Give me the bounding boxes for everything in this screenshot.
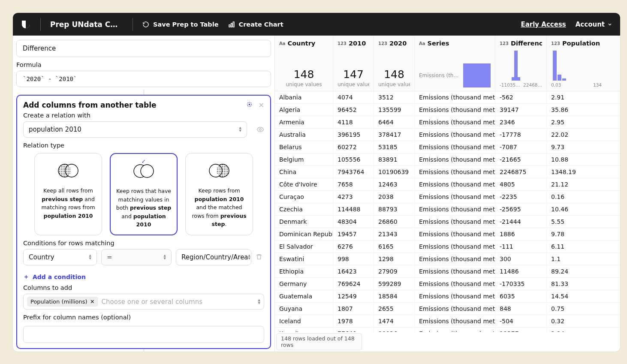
table-cell: Emissions (thousand metr…	[415, 91, 495, 103]
panel-title: Add columns from another table	[23, 101, 156, 109]
table-row[interactable]: Ethiopia1642327909Emissions (thousand me…	[275, 265, 620, 278]
table-cell: 7943764	[333, 166, 374, 178]
condition-op-select[interactable]: =▲▼	[101, 249, 172, 265]
data-table: AaCountry 148unique values 1232010 147un…	[274, 36, 620, 352]
col-difference[interactable]: 123Difference -11035…22468…	[495, 36, 547, 91]
table-row[interactable]: Dominican Republic1945721343Emissions (t…	[275, 228, 620, 241]
table-cell: Emissions (thousand metr…	[415, 203, 495, 215]
relation-left-join[interactable]: Keep all rows from previous step and mat…	[34, 153, 102, 235]
prefix-input[interactable]	[23, 326, 264, 343]
table-cell: 1474	[374, 315, 415, 327]
chip-remove-icon[interactable]: ✕	[90, 298, 95, 305]
col-2020[interactable]: 1232020 148unique values	[374, 36, 415, 91]
table-cell: Côte d'Ivoire	[275, 178, 333, 190]
table-cell: -21444	[495, 216, 547, 228]
table-cell: Guyana	[275, 303, 333, 315]
table-row[interactable]: Guyana18072655Emissions (thousand metr…8…	[275, 303, 620, 315]
table-row[interactable]: Guatemala1254918584Emissions (thousand m…	[275, 290, 620, 303]
table-body[interactable]: Albania40743512Emissions (thousand metr……	[275, 91, 620, 332]
table-cell: China	[275, 166, 333, 178]
formula-name-card[interactable]: Difference	[16, 40, 271, 57]
trash-icon[interactable]	[256, 253, 262, 262]
condition-left-select[interactable]: Country▲▼	[23, 249, 97, 265]
table-row[interactable]: Denmark4830426860Emissions (thousand met…	[275, 216, 620, 228]
table-cell: 0.16	[547, 191, 606, 203]
eye-icon[interactable]	[256, 126, 264, 133]
table-cell: Curaçao	[275, 191, 333, 203]
table-cell: 6464	[374, 116, 415, 128]
relation-table-select[interactable]: population 2010 ▲▼	[23, 121, 247, 138]
table-cell: 35.86	[547, 104, 606, 116]
table-row[interactable]: Armenia41186464Emissions (thousand metr……	[275, 116, 620, 129]
add-columns-panel: Add columns from another table ✕ Create …	[16, 95, 271, 349]
table-row[interactable]: Czechia11448888793Emissions (thousand me…	[275, 203, 620, 216]
table-cell: 10.46	[547, 203, 606, 215]
col-population[interactable]: 123Population (millio 0.03134	[547, 36, 606, 91]
table-cell: Eswatini	[275, 253, 333, 265]
table-cell: 77649	[333, 328, 374, 332]
table-cell: 2.95	[547, 116, 606, 128]
column-chip[interactable]: Population (millions) ✕	[27, 297, 98, 307]
table-row[interactable]: Iceland19781474Emissions (thousand metr……	[275, 315, 620, 328]
formula-input[interactable]: `2020` - `2010`	[16, 71, 271, 87]
relation-inner-join[interactable]: ✓ Keep rows that have matching values in…	[110, 153, 178, 235]
add-condition-link[interactable]: ＋ Add a condition	[23, 273, 264, 281]
col-series[interactable]: AaSeries Emissions (thous…	[415, 36, 495, 91]
table-row[interactable]: China794376410190639Emissions (thousand …	[275, 166, 620, 178]
table-cell: 4074	[333, 91, 374, 103]
relation-right-join[interactable]: Keep rows from population 2010 and the m…	[185, 153, 253, 235]
create-chart-button[interactable]: Create Chart	[228, 21, 283, 28]
table-cell: Emissions (thousand metr…	[415, 241, 495, 253]
table-row[interactable]: Kuwait7764990026Emissions (thousand metr…	[275, 328, 620, 332]
table-cell: 6.11	[547, 241, 606, 253]
col-2010[interactable]: 1232010 147unique values	[333, 36, 374, 91]
table-cell: 105556	[333, 153, 374, 165]
condition-right-select[interactable]: Region/Country/Area▲▼	[176, 249, 251, 265]
table-row[interactable]: Belgium10555683891Emissions (thousand me…	[275, 153, 620, 166]
columns-to-add-input[interactable]: Population (millions) ✕ Choose one or se…	[23, 294, 264, 310]
table-cell: 2038	[374, 191, 415, 203]
table-cell: 6276	[333, 241, 374, 253]
table-cell: Emissions (thousand metr…	[415, 141, 495, 153]
table-cell: 378417	[374, 129, 415, 141]
account-menu[interactable]: Account	[576, 21, 612, 28]
table-cell: Guatemala	[275, 290, 333, 302]
left-panel: Difference Formula `2020` - `2010` Add c…	[13, 36, 274, 352]
table-cell: 60272	[333, 141, 374, 153]
table-row[interactable]: Algeria96452135599Emissions (thousand me…	[275, 104, 620, 116]
table-row[interactable]: Australia396195378417Emissions (thousand…	[275, 129, 620, 141]
table-cell: Emissions (thousand metr…	[415, 153, 495, 165]
table-cell: Australia	[275, 129, 333, 141]
svg-point-4	[249, 104, 250, 105]
table-row[interactable]: Belarus6027253185Emissions (thousand met…	[275, 141, 620, 153]
early-access-link[interactable]: Early Access	[521, 21, 566, 28]
table-cell: Emissions (thousand metr…	[415, 116, 495, 128]
table-row[interactable]: Germany769624599289Emissions (thousand m…	[275, 278, 620, 290]
table-cell: 27909	[374, 265, 415, 277]
table-row[interactable]: Albania40743512Emissions (thousand metr……	[275, 91, 620, 104]
table-cell: 88793	[374, 203, 415, 215]
table-cell: -2235	[495, 191, 547, 203]
table-row[interactable]: Côte d'Ivoire765812463Emissions (thousan…	[275, 178, 620, 191]
table-cell: 4805	[495, 178, 547, 190]
close-icon[interactable]: ✕	[259, 101, 264, 109]
table-cell: 12463	[374, 178, 415, 190]
table-cell: 22.02	[547, 129, 606, 141]
table-cell: Emissions (thousand metr…	[415, 253, 495, 265]
check-icon: ✓	[142, 157, 146, 166]
table-row[interactable]: Eswatini9981298Emissions (thousand metr……	[275, 253, 620, 265]
table-row[interactable]: Curaçao42732038Emissions (thousand metr……	[275, 191, 620, 203]
table-cell: Dominican Republic	[275, 228, 333, 240]
save-prep-button[interactable]: Save Prep to Table	[142, 21, 219, 28]
col-country[interactable]: AaCountry 148unique values	[275, 36, 333, 91]
table-cell: 1.1	[547, 253, 606, 265]
table-cell: -7087	[495, 141, 547, 153]
table-cell: 1978	[333, 315, 374, 327]
table-cell: Emissions (thousand metr…	[415, 290, 495, 302]
table-row[interactable]: El Salvador62766165Emissions (thousand m…	[275, 241, 620, 253]
document-title[interactable]: Prep UNdata CO2 e…	[50, 20, 123, 29]
logo	[21, 19, 31, 30]
target-icon[interactable]	[246, 101, 253, 109]
svg-point-5	[259, 129, 262, 131]
formula-label: Formula	[16, 61, 271, 68]
